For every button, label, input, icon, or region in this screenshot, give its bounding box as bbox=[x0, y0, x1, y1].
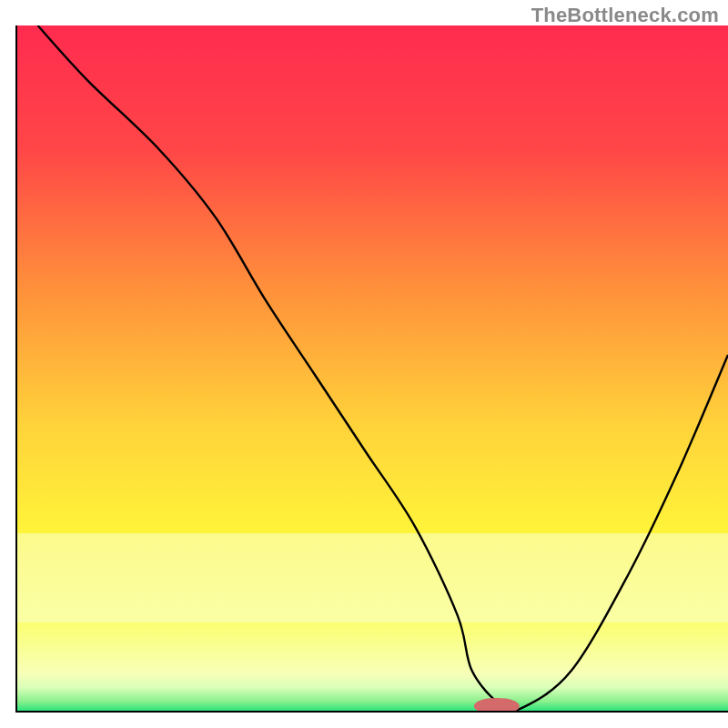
light-band bbox=[16, 533, 728, 622]
bottleneck-chart bbox=[0, 0, 728, 728]
chart-container: TheBottleneck.com bbox=[0, 0, 728, 728]
watermark-text: TheBottleneck.com bbox=[531, 4, 719, 27]
